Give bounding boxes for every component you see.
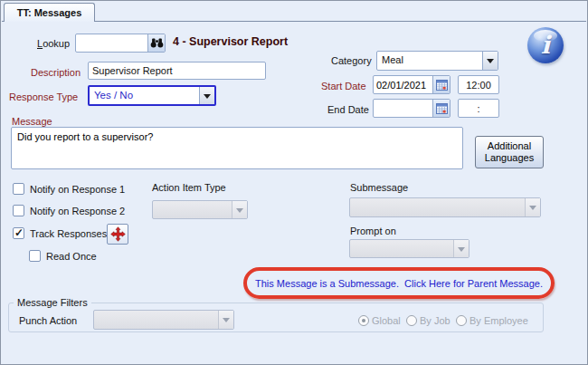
move-arrows-icon — [110, 226, 126, 242]
lookup-input[interactable] — [76, 34, 147, 52]
description-input[interactable] — [88, 62, 266, 80]
lookup-field-wrap — [75, 34, 166, 53]
chevron-down-icon — [236, 208, 243, 216]
chevron-down-icon — [487, 59, 494, 67]
global-radio-label: Global — [372, 315, 401, 326]
punch-action-dropdown-button — [218, 311, 233, 329]
description-label: Description — [31, 67, 81, 78]
info-icon-glyph: i — [541, 31, 550, 59]
message-textarea[interactable]: Did you report to a supervisor? — [11, 127, 463, 169]
start-time-input[interactable] — [458, 75, 499, 94]
response-type-dropdown-button[interactable] — [199, 87, 214, 104]
end-time-input[interactable] — [458, 99, 499, 118]
submessage-label: Submessage — [350, 182, 408, 193]
notify-on-response-1-label: Notify on Response 1 — [30, 184, 125, 195]
chevron-down-icon — [204, 94, 211, 102]
lookup-search-button[interactable] — [147, 34, 165, 52]
info-icon[interactable]: i — [527, 27, 564, 63]
additional-languages-line2: Languages — [485, 152, 534, 164]
global-radio — [358, 315, 369, 326]
annotation-oval: This Message is a Submessage. Click Here… — [243, 267, 555, 299]
submessage-value — [350, 198, 525, 216]
lookup-label: Lookup — [37, 38, 70, 49]
prompt-on-value — [350, 240, 453, 257]
start-date-field-wrap — [373, 75, 450, 94]
submessage-dropdown — [349, 197, 541, 217]
chevron-down-icon — [458, 247, 465, 255]
read-once-checkbox[interactable] — [29, 250, 41, 262]
action-item-type-label: Action Item Type — [152, 182, 226, 193]
response-type-label: Response Type — [9, 91, 78, 102]
notify-on-response-1-checkbox[interactable] — [13, 183, 24, 195]
category-dropdown-button[interactable] — [482, 52, 498, 70]
start-date-calendar-button[interactable] — [432, 76, 450, 93]
tt-messages-window: TT: Messages Lookup 4 - Supervisor Repor… — [0, 0, 588, 365]
category-label: Category — [331, 55, 372, 66]
end-date-input[interactable] — [374, 100, 432, 117]
notify-on-response-2-label: Notify on Response 2 — [30, 206, 125, 216]
chevron-down-icon — [529, 206, 536, 214]
prompt-on-dropdown-button — [453, 240, 469, 257]
message-label: Message — [12, 116, 52, 127]
punch-action-dropdown — [93, 310, 234, 330]
calendar-icon — [436, 103, 448, 114]
binoculars-icon — [150, 38, 164, 48]
calendar-icon — [436, 80, 448, 91]
punch-action-value — [94, 311, 218, 329]
track-responses-label: Track Responses — [30, 228, 107, 239]
tab-tt-messages[interactable]: TT: Messages — [4, 3, 95, 22]
end-date-field-wrap — [373, 99, 450, 118]
response-type-dropdown[interactable]: Yes / No — [88, 85, 216, 106]
action-item-type-value — [153, 201, 232, 218]
prompt-on-label: Prompt on — [350, 226, 396, 236]
notify-on-response-2-checkbox[interactable] — [13, 205, 24, 216]
by-employee-radio-label: By Employee — [469, 315, 528, 326]
parent-message-link[interactable]: This Message is a Submessage. Click Here… — [255, 278, 543, 289]
end-date-calendar-button[interactable] — [432, 100, 450, 117]
category-dropdown[interactable]: Meal — [376, 51, 498, 71]
submessage-dropdown-button — [525, 198, 540, 216]
punch-action-label: Punch Action — [19, 315, 77, 326]
message-filters-group-label: Message Filters — [14, 297, 91, 308]
by-job-radio-label: By Job — [420, 315, 450, 326]
additional-languages-button[interactable]: Additional Languages — [475, 136, 544, 168]
record-title: 4 - Supervisor Report — [173, 35, 288, 48]
chevron-down-icon — [223, 318, 230, 326]
action-item-type-dropdown-button — [232, 201, 247, 218]
category-value: Meal — [377, 52, 482, 70]
start-date-input[interactable] — [374, 76, 432, 93]
start-date-label: Start Date — [321, 81, 366, 91]
read-once-label: Read Once — [46, 251, 97, 262]
prompt-on-dropdown — [349, 239, 469, 258]
action-item-type-dropdown — [152, 200, 248, 219]
response-type-value: Yes / No — [90, 87, 199, 104]
tab-label: TT: Messages — [17, 7, 82, 18]
by-employee-radio — [456, 315, 467, 326]
track-responses-checkbox[interactable] — [13, 227, 24, 239]
track-responses-move-button[interactable] — [107, 224, 128, 245]
by-job-radio — [406, 315, 417, 326]
end-date-label: End Date — [327, 104, 369, 115]
additional-languages-line1: Additional — [488, 140, 531, 152]
